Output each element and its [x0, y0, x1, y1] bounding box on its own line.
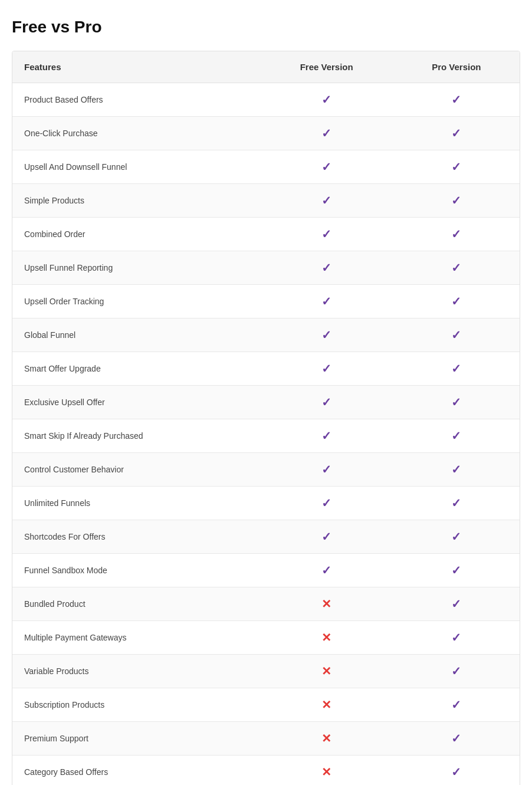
check-icon: ✓ — [321, 396, 331, 409]
free-version-cell: ✓ — [260, 150, 393, 184]
check-icon: ✓ — [451, 396, 461, 409]
table-header-row: Features Free Version Pro Version — [12, 51, 520, 83]
check-icon: ✓ — [321, 228, 331, 241]
feature-name: Product Based Offers — [12, 83, 260, 117]
check-icon: ✓ — [321, 530, 331, 543]
check-icon: ✓ — [451, 228, 461, 241]
free-version-cell: ✓ — [260, 117, 393, 150]
pro-version-cell: ✓ — [393, 756, 520, 786]
pro-version-cell: ✓ — [393, 554, 520, 587]
check-icon: ✓ — [451, 766, 461, 779]
free-version-cell: ✓ — [260, 386, 393, 419]
table-row: Premium Support✕✓ — [12, 722, 520, 756]
feature-name: Exclusive Upsell Offer — [12, 386, 260, 419]
table-row: Bundled Product✕✓ — [12, 587, 520, 621]
table-row: Funnel Sandbox Mode✓✓ — [12, 554, 520, 587]
check-icon: ✓ — [451, 631, 461, 644]
pro-version-cell: ✓ — [393, 722, 520, 756]
table-row: Product Based Offers✓✓ — [12, 83, 520, 117]
feature-name: Combined Order — [12, 218, 260, 251]
free-version-cell: ✕ — [260, 587, 393, 621]
pro-version-cell: ✓ — [393, 453, 520, 487]
pro-version-cell: ✓ — [393, 419, 520, 453]
free-version-cell: ✓ — [260, 218, 393, 251]
pro-version-cell: ✓ — [393, 318, 520, 352]
pro-version-cell: ✓ — [393, 184, 520, 218]
check-icon: ✓ — [321, 463, 331, 476]
table-row: Combined Order✓✓ — [12, 218, 520, 251]
feature-name: Smart Skip If Already Purchased — [12, 419, 260, 453]
check-icon: ✓ — [451, 564, 461, 577]
free-version-cell: ✕ — [260, 655, 393, 688]
pro-version-cell: ✓ — [393, 688, 520, 722]
pro-version-cell: ✓ — [393, 117, 520, 150]
pro-version-cell: ✓ — [393, 587, 520, 621]
check-icon: ✓ — [451, 597, 461, 610]
table-row: Control Customer Behavior✓✓ — [12, 453, 520, 487]
check-icon: ✓ — [451, 698, 461, 711]
table-row: Upsell And Downsell Funnel✓✓ — [12, 150, 520, 184]
check-icon: ✓ — [321, 93, 331, 106]
feature-name: Funnel Sandbox Mode — [12, 554, 260, 587]
check-icon: ✓ — [321, 329, 331, 341]
comparison-table: Features Free Version Pro Version Produc… — [12, 51, 520, 785]
pro-version-cell: ✓ — [393, 218, 520, 251]
cross-icon: ✕ — [321, 631, 331, 644]
cross-icon: ✕ — [321, 698, 331, 711]
free-version-cell: ✓ — [260, 318, 393, 352]
table-row: Category Based Offers✕✓ — [12, 756, 520, 786]
pro-version-cell: ✓ — [393, 285, 520, 318]
table-row: Exclusive Upsell Offer✓✓ — [12, 386, 520, 419]
table-row: Upsell Order Tracking✓✓ — [12, 285, 520, 318]
free-version-cell: ✕ — [260, 621, 393, 655]
feature-name: Global Funnel — [12, 318, 260, 352]
feature-name: Category Based Offers — [12, 756, 260, 786]
feature-name: Subscription Products — [12, 688, 260, 722]
check-icon: ✓ — [321, 127, 331, 140]
free-version-cell: ✕ — [260, 722, 393, 756]
free-version-cell: ✓ — [260, 251, 393, 285]
check-icon: ✓ — [321, 295, 331, 308]
feature-name: Multiple Payment Gateways — [12, 621, 260, 655]
page-title: Free vs Pro — [12, 18, 520, 37]
free-version-cell: ✓ — [260, 83, 393, 117]
pro-version-cell: ✓ — [393, 83, 520, 117]
check-icon: ✓ — [451, 463, 461, 476]
free-version-cell: ✕ — [260, 756, 393, 786]
check-icon: ✓ — [321, 160, 331, 173]
table-row: Multiple Payment Gateways✕✓ — [12, 621, 520, 655]
check-icon: ✓ — [451, 429, 461, 442]
check-icon: ✓ — [451, 497, 461, 510]
check-icon: ✓ — [451, 160, 461, 173]
table-row: Subscription Products✕✓ — [12, 688, 520, 722]
table-row: Simple Products✓✓ — [12, 184, 520, 218]
free-version-cell: ✓ — [260, 453, 393, 487]
cross-icon: ✕ — [321, 597, 331, 610]
feature-name: Smart Offer Upgrade — [12, 352, 260, 386]
pro-version-cell: ✓ — [393, 150, 520, 184]
free-version-cell: ✓ — [260, 184, 393, 218]
pro-version-cell: ✓ — [393, 655, 520, 688]
feature-name: Shortcodes For Offers — [12, 520, 260, 554]
table-row: Upsell Funnel Reporting✓✓ — [12, 251, 520, 285]
cross-icon: ✕ — [321, 766, 331, 779]
pro-version-cell: ✓ — [393, 621, 520, 655]
pro-version-cell: ✓ — [393, 251, 520, 285]
pro-version-cell: ✓ — [393, 386, 520, 419]
col-free: Free Version — [260, 51, 393, 83]
feature-name: Bundled Product — [12, 587, 260, 621]
check-icon: ✓ — [451, 732, 461, 745]
feature-name: Simple Products — [12, 184, 260, 218]
check-icon: ✓ — [321, 194, 331, 207]
feature-name: Upsell And Downsell Funnel — [12, 150, 260, 184]
check-icon: ✓ — [451, 295, 461, 308]
check-icon: ✓ — [451, 329, 461, 341]
feature-name: One-Click Purchase — [12, 117, 260, 150]
check-icon: ✓ — [321, 362, 331, 375]
col-features: Features — [12, 51, 260, 83]
free-version-cell: ✓ — [260, 285, 393, 318]
feature-name: Variable Products — [12, 655, 260, 688]
table-row: Smart Offer Upgrade✓✓ — [12, 352, 520, 386]
check-icon: ✓ — [451, 665, 461, 678]
feature-name: Premium Support — [12, 722, 260, 756]
